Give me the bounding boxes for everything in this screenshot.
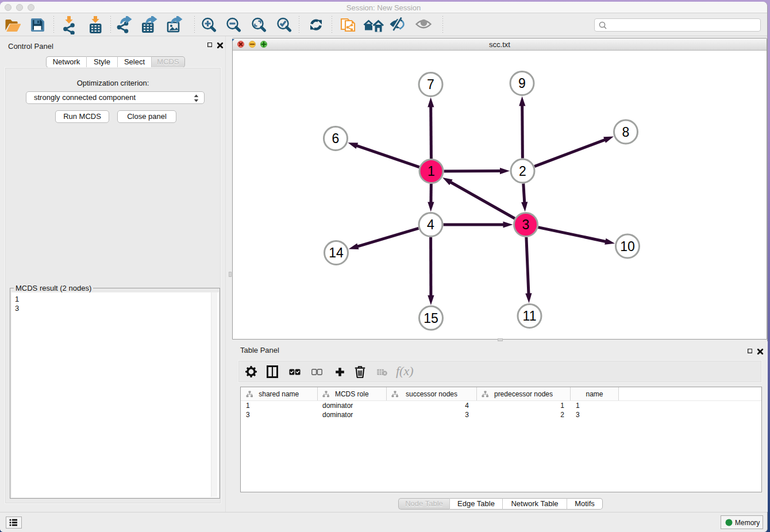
svg-text:6: 6 (332, 131, 340, 146)
svg-text:7: 7 (427, 77, 434, 92)
svg-text:14: 14 (329, 245, 344, 260)
svg-text:15: 15 (424, 311, 438, 326)
svg-text:1: 1 (428, 164, 435, 179)
svg-text:2: 2 (519, 164, 526, 179)
svg-text:10: 10 (620, 239, 635, 254)
svg-text:8: 8 (622, 125, 630, 140)
svg-text:3: 3 (522, 217, 530, 232)
svg-text:4: 4 (427, 217, 434, 232)
svg-text:11: 11 (523, 309, 537, 323)
svg-text:9: 9 (518, 76, 526, 91)
